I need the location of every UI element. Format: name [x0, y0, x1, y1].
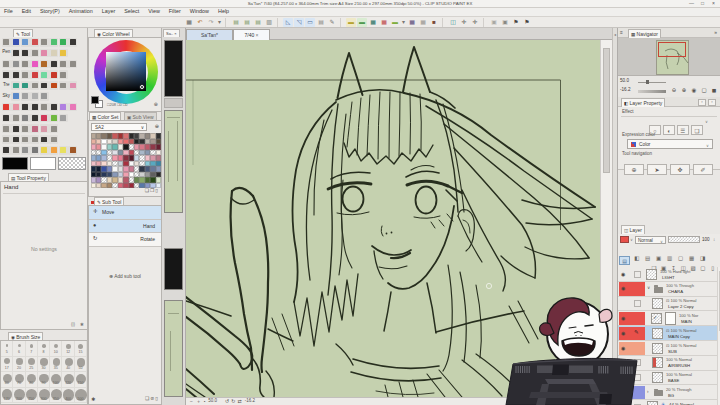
- brush-size-120[interactable]: 120: [62, 372, 74, 388]
- tool-icon[interactable]: [49, 81, 58, 90]
- tool-icon[interactable]: [40, 92, 49, 101]
- subtool-hand[interactable]: ●Hand: [89, 220, 161, 234]
- tool-icon[interactable]: [78, 124, 87, 133]
- tool-icon[interactable]: [78, 114, 87, 123]
- tool-icon[interactable]: [59, 146, 68, 155]
- expression-color-select[interactable]: Color ∨: [627, 139, 713, 149]
- clipboard-icon[interactable]: ▣: [500, 18, 510, 27]
- tool-icon[interactable]: [59, 49, 68, 58]
- tool-icon[interactable]: [11, 114, 20, 123]
- page-thumbnail[interactable]: [164, 300, 183, 397]
- tool-icon[interactable]: [68, 70, 77, 79]
- flip-icon[interactable]: ⇄: [238, 399, 242, 404]
- tool-icon[interactable]: [59, 92, 68, 101]
- navigator-zoom-slider[interactable]: [638, 82, 666, 83]
- brush-size-10[interactable]: 10: [50, 341, 62, 357]
- page-thumbnail[interactable]: [164, 248, 183, 290]
- tool-icon[interactable]: [2, 38, 11, 47]
- brush-size-20[interactable]: 20: [13, 357, 25, 373]
- tool-icon[interactable]: [68, 146, 77, 155]
- tool-nav-button[interactable]: ✥: [670, 164, 690, 175]
- brush-size-12[interactable]: 12: [62, 341, 74, 357]
- zoom-out-button[interactable]: −: [190, 399, 193, 404]
- tool-icon[interactable]: [78, 38, 87, 47]
- regmark2-icon[interactable]: ✛: [470, 18, 480, 27]
- tool-icon[interactable]: [30, 135, 39, 144]
- layer-property-tab[interactable]: ◧ Layer Property: [621, 98, 665, 107]
- tool-nav-button[interactable]: ✐: [693, 164, 713, 175]
- tool-icon[interactable]: [11, 70, 20, 79]
- tool-icon[interactable]: [11, 135, 20, 144]
- ruler-icon[interactable]: ◺: [283, 18, 293, 27]
- tool-icon[interactable]: [40, 81, 49, 90]
- tool-icon[interactable]: [2, 60, 11, 69]
- menu-edit[interactable]: Edit: [22, 9, 31, 14]
- subtool-settings-icon[interactable]: ✱: [91, 397, 95, 402]
- menu-layer[interactable]: Layer: [102, 9, 116, 14]
- canvas-tab-story[interactable]: Sa'Tan*: [186, 29, 233, 40]
- book-icon[interactable]: ▥: [264, 18, 274, 27]
- tool-icon[interactable]: Tre: [2, 81, 11, 90]
- tool-icon[interactable]: [49, 135, 58, 144]
- gear-icon[interactable]: ✱: [80, 322, 84, 327]
- layer-visibility-eye-icon[interactable]: ◉: [621, 272, 625, 277]
- tool-icon[interactable]: [21, 60, 30, 69]
- brush-size-80[interactable]: 80: [26, 372, 38, 388]
- page-thumbnail[interactable]: [164, 110, 183, 213]
- brush-size-40[interactable]: 40: [62, 357, 74, 373]
- tool-icon[interactable]: [68, 114, 77, 123]
- add-sub-tool-button[interactable]: ⊕ Add sub tool: [89, 274, 161, 279]
- menu-file[interactable]: File: [4, 9, 13, 14]
- navigator-preview[interactable]: [618, 38, 720, 76]
- pen2-icon[interactable]: ✎: [327, 18, 337, 27]
- layer-visibility-eye-icon[interactable]: ◉: [621, 286, 625, 291]
- tool-icon[interactable]: [78, 103, 87, 112]
- tool-icon[interactable]: [78, 70, 87, 79]
- tool-icon[interactable]: [30, 124, 39, 133]
- onion-prev-icon[interactable]: ▦: [368, 18, 378, 27]
- tool-icon[interactable]: [49, 146, 58, 155]
- tool-icon[interactable]: [59, 114, 68, 123]
- layer-color-swatch[interactable]: [620, 236, 629, 243]
- tool-icon[interactable]: [49, 38, 58, 47]
- tool-icon[interactable]: [21, 103, 30, 112]
- tool-icon[interactable]: [59, 60, 68, 69]
- tool-icon[interactable]: [40, 70, 49, 79]
- tool-icon[interactable]: [40, 146, 49, 155]
- tool-icon[interactable]: [2, 70, 11, 79]
- page-thumbnail[interactable]: [164, 40, 183, 97]
- brush-size-5[interactable]: 5: [1, 341, 13, 357]
- tool-icon[interactable]: [78, 81, 87, 90]
- effect-icon[interactable]: ◐: [663, 125, 675, 135]
- tool-icon[interactable]: [11, 124, 20, 133]
- foreground-color-swatch[interactable]: [2, 157, 28, 170]
- tool-icon[interactable]: [30, 49, 39, 58]
- menu-help[interactable]: Help: [218, 9, 229, 14]
- menu-filter[interactable]: Filter: [169, 9, 181, 14]
- new-page-icon[interactable]: ▤: [231, 18, 241, 27]
- tool-icon[interactable]: [21, 92, 30, 101]
- tool-icon[interactable]: [2, 146, 11, 155]
- tool-icon[interactable]: [30, 146, 39, 155]
- subtool-move[interactable]: ✛Move: [89, 206, 161, 220]
- brush-size-100[interactable]: 100: [50, 372, 62, 388]
- paste-icon[interactable]: ▣: [489, 18, 499, 27]
- tool-nav-button[interactable]: ⊕: [624, 164, 644, 175]
- background-color-swatch[interactable]: [30, 157, 56, 170]
- tool-icon[interactable]: [30, 103, 39, 112]
- tool-icon[interactable]: [30, 70, 39, 79]
- page-strip-tab[interactable]: Sa.. ×: [163, 29, 180, 37]
- tool-icon[interactable]: [11, 92, 20, 101]
- sub-tool-tab[interactable]: ✎ Sub Tool: [94, 197, 124, 205]
- maximize-button[interactable]: □: [701, 1, 704, 6]
- navigator-tab[interactable]: ▦ Navigator: [628, 29, 661, 38]
- brush-size-300[interactable]: 300: [38, 388, 50, 404]
- tool-icon[interactable]: [68, 92, 77, 101]
- tool-icon[interactable]: [11, 60, 20, 69]
- tool-icon[interactable]: [68, 38, 77, 47]
- brush-size-35[interactable]: 35: [50, 357, 62, 373]
- rotate-right-icon[interactable]: ↻: [231, 399, 235, 404]
- layer-edit-toggle[interactable]: ▤: [619, 256, 630, 265]
- brush-size-8[interactable]: 8: [38, 341, 50, 357]
- tool-icon[interactable]: [59, 135, 68, 144]
